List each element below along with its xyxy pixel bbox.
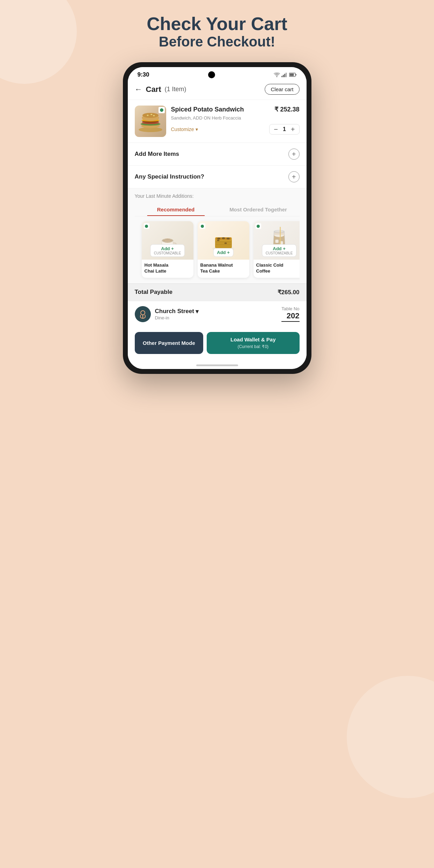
bottom-buttons: Other Payment Mode Load Wallet & Pay (Cu…	[128, 327, 307, 361]
chevron-down-icon: ▾	[196, 126, 198, 132]
svg-rect-2	[284, 74, 285, 77]
outlet-name[interactable]: Church Street ▾	[155, 308, 199, 315]
latte-name: Hot MasalaChai Latte	[142, 260, 193, 278]
page-title-line2: Before Checkout!	[147, 34, 287, 50]
svg-rect-5	[295, 74, 296, 75]
item-image-wrapper	[135, 106, 166, 137]
coffee-name: Classic ColdCoffee	[253, 260, 300, 278]
item-controls: Customize ▾ − 1 +	[171, 124, 300, 135]
signal-icon	[281, 72, 288, 77]
veg-indicator	[159, 107, 165, 113]
recommendation-tabs: Recommended Most Ordered Together	[135, 203, 300, 216]
wallet-balance-label: (Current bal: ₹0)	[237, 344, 269, 349]
svg-rect-6	[289, 74, 294, 76]
svg-point-28	[226, 238, 229, 239]
svg-rect-0	[281, 76, 282, 77]
cart-title: Cart	[146, 85, 161, 94]
clear-cart-button[interactable]: Clear cart	[265, 84, 299, 95]
status-icons	[274, 72, 297, 77]
cart-item: Spiced Potato Sandwich ₹ 252.38 Sandwich…	[128, 100, 307, 143]
svg-point-38	[141, 311, 145, 315]
svg-point-17	[153, 115, 155, 116]
wifi-icon	[274, 72, 280, 77]
quantity-value: 1	[283, 126, 286, 132]
svg-rect-36	[280, 227, 281, 244]
svg-point-26	[217, 238, 220, 239]
product-card-coffee: Add +CUSTOMIZABLE Classic ColdCoffee	[253, 221, 300, 278]
special-instruction-icon[interactable]: +	[288, 171, 300, 182]
svg-rect-1	[283, 75, 284, 77]
page-title-section: Check Your Cart Before Checkout!	[147, 14, 287, 50]
header: ← Cart (1 Item) Clear cart	[128, 80, 307, 100]
home-bar	[196, 364, 238, 366]
tab-most-ordered[interactable]: Most Ordered Together	[217, 203, 300, 216]
special-instruction-label: Any Special Instruction?	[135, 173, 204, 180]
phone-screen: 9:30	[128, 67, 307, 369]
item-price: ₹ 252.38	[274, 106, 299, 113]
item-name-price-row: Spiced Potato Sandwich ₹ 252.38	[171, 106, 300, 114]
load-wallet-button[interactable]: Load Wallet & Pay (Current bal: ₹0)	[207, 332, 300, 354]
product-image-coffee: Add +CUSTOMIZABLE	[253, 221, 300, 260]
svg-point-32	[224, 243, 227, 244]
add-coffee-button[interactable]: Add +CUSTOMIZABLE	[262, 244, 297, 257]
tab-recommended[interactable]: Recommended	[135, 203, 217, 216]
last-minute-section: Your Last Minute Additions: Recommended …	[128, 188, 307, 283]
item-name: Spiced Potato Sandwich	[171, 106, 244, 114]
svg-rect-33	[275, 240, 279, 243]
outlet-type: Dine-in	[155, 315, 199, 320]
status-bar: 9:30	[128, 67, 307, 80]
product-cards-scroll: Add +CUSTOMIZABLE Hot MasalaChai Latte	[135, 216, 300, 283]
outlet-logo	[135, 306, 151, 322]
table-info: Table No 202	[281, 306, 299, 322]
increase-quantity-button[interactable]: +	[291, 126, 295, 133]
item-details: Spiced Potato Sandwich ₹ 252.38 Sandwich…	[171, 106, 300, 134]
svg-point-15	[147, 115, 148, 116]
last-minute-title: Your Last Minute Additions:	[135, 193, 300, 199]
svg-point-27	[222, 237, 225, 239]
product-image-cake: Add +	[198, 221, 249, 260]
item-description: Sandwich, ADD ON Herb Focaccia	[171, 115, 300, 121]
cart-count: (1 Item)	[165, 86, 186, 93]
svg-point-14	[142, 113, 158, 118]
special-instruction-row[interactable]: Any Special Instruction? +	[128, 166, 307, 188]
customize-button[interactable]: Customize ▾	[171, 126, 198, 132]
outlet-logo-icon	[138, 309, 148, 319]
product-card-cake: Add + Banana WalnutTea Cake	[198, 221, 249, 278]
back-arrow-icon[interactable]: ←	[135, 85, 142, 94]
veg-badge-latte	[144, 223, 149, 229]
table-number: 202	[281, 311, 299, 322]
add-more-items-label: Add More Items	[135, 151, 179, 158]
decrease-quantity-button[interactable]: −	[274, 126, 278, 133]
product-card-latte: Add +CUSTOMIZABLE Hot MasalaChai Latte	[142, 221, 193, 278]
status-time: 9:30	[138, 71, 149, 78]
other-payment-button[interactable]: Other Payment Mode	[135, 332, 204, 354]
total-bar: Total Payable ₹265.00	[128, 283, 307, 301]
customizable-label-coffee: CUSTOMIZABLE	[266, 251, 293, 255]
table-label: Table No	[281, 306, 299, 311]
add-latte-button[interactable]: Add +CUSTOMIZABLE	[150, 244, 185, 257]
outlet-info-left: Church Street ▾ Dine-in	[135, 306, 199, 322]
veg-badge-coffee	[256, 223, 261, 229]
total-amount: ₹265.00	[278, 289, 300, 296]
svg-rect-3	[286, 73, 287, 77]
veg-badge-cake	[200, 223, 205, 229]
product-image-latte: Add +CUSTOMIZABLE	[142, 221, 193, 260]
phone-frame: 9:30	[123, 62, 311, 374]
outlet-details: Church Street ▾ Dine-in	[155, 308, 199, 320]
cake-name: Banana WalnutTea Cake	[198, 260, 249, 278]
battery-icon	[289, 73, 297, 77]
customizable-label-latte: CUSTOMIZABLE	[154, 251, 181, 255]
add-more-items-row[interactable]: Add More Items +	[128, 143, 307, 166]
header-left: ← Cart (1 Item)	[135, 85, 186, 94]
svg-point-16	[150, 114, 152, 115]
add-more-items-icon[interactable]: +	[288, 149, 300, 160]
quantity-control: − 1 +	[269, 124, 299, 135]
add-cake-button[interactable]: Add +	[213, 248, 233, 257]
svg-point-31	[217, 240, 219, 241]
home-indicator	[128, 361, 307, 369]
outlet-bar: Church Street ▾ Dine-in Table No 202	[128, 301, 307, 327]
page-title-line1: Check Your Cart	[147, 14, 287, 34]
total-label: Total Payable	[135, 289, 172, 296]
camera-cutout	[208, 71, 215, 78]
chevron-down-icon: ▾	[196, 308, 199, 315]
